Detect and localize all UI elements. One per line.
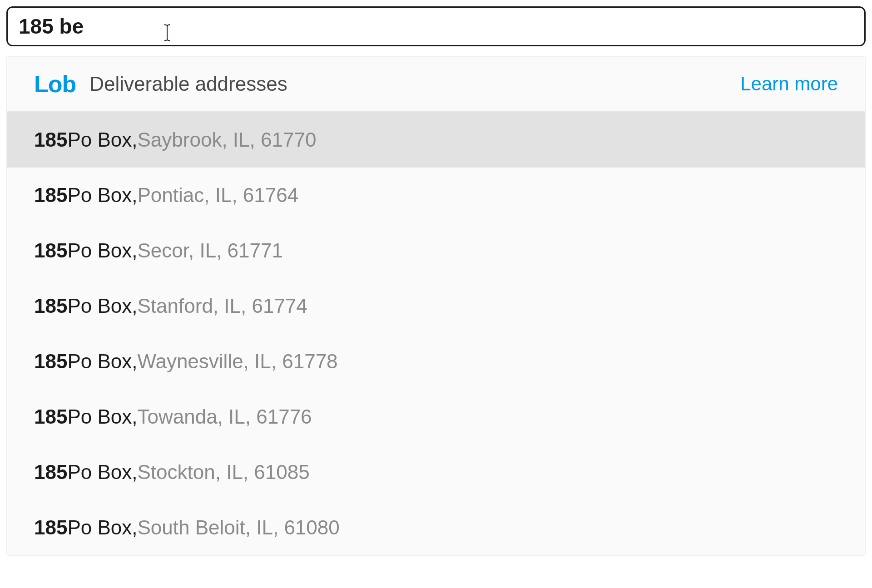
- suggestion-item[interactable]: 185 Po Box, Secor, IL, 61771: [7, 223, 865, 278]
- suggestion-primary-text: 185: [34, 239, 67, 262]
- suggestion-item[interactable]: 185 Po Box, Stanford, IL, 61774: [7, 278, 865, 334]
- suggestion-item[interactable]: 185 Po Box, Stockton, IL, 61085: [7, 445, 865, 500]
- suggestion-primary-text: 185: [34, 461, 67, 484]
- suggestion-region-text: Saybrook, IL, 61770: [138, 128, 317, 151]
- suggestion-item[interactable]: 185 Po Box, Pontiac, IL, 61764: [7, 168, 865, 223]
- suggestion-primary-text: 185: [34, 128, 67, 151]
- learn-more-link[interactable]: Learn more: [740, 73, 838, 95]
- suggestion-region-text: Stanford, IL, 61774: [138, 295, 307, 317]
- suggestion-region-text: Secor, IL, 61771: [138, 239, 283, 262]
- suggestion-primary-text: 185: [34, 350, 67, 373]
- suggestion-region-text: South Beloit, IL, 61080: [138, 516, 340, 539]
- suggestion-item[interactable]: 185 Po Box, South Beloit, IL, 61080: [7, 500, 865, 555]
- suggestion-secondary-text: Po Box,: [67, 295, 137, 317]
- suggestion-secondary-text: Po Box,: [67, 461, 137, 484]
- lob-logo: Lob: [34, 70, 76, 98]
- suggestion-secondary-text: Po Box,: [67, 405, 137, 428]
- dropdown-header: Lob Deliverable addresses Learn more: [7, 57, 865, 112]
- suggestion-region-text: Pontiac, IL, 61764: [138, 184, 299, 207]
- suggestion-secondary-text: Po Box,: [67, 239, 137, 262]
- suggestion-primary-text: 185: [34, 405, 67, 428]
- suggestion-item[interactable]: 185 Po Box, Waynesville, IL, 61778: [7, 334, 865, 389]
- suggestion-primary-text: 185: [34, 295, 67, 317]
- address-autocomplete-container: Lob Deliverable addresses Learn more 185…: [6, 6, 866, 556]
- suggestion-item[interactable]: 185 Po Box, Saybrook, IL, 61770: [7, 112, 865, 168]
- address-search-input[interactable]: [6, 6, 866, 46]
- dropdown-header-left: Lob Deliverable addresses: [34, 70, 287, 98]
- suggestion-region-text: Waynesville, IL, 61778: [138, 350, 338, 373]
- dropdown-header-title: Deliverable addresses: [89, 73, 287, 95]
- suggestion-item[interactable]: 185 Po Box, Towanda, IL, 61776: [7, 389, 865, 445]
- suggestion-region-text: Stockton, IL, 61085: [138, 461, 310, 484]
- suggestions-list: 185 Po Box, Saybrook, IL, 61770185 Po Bo…: [7, 112, 865, 555]
- suggestion-secondary-text: Po Box,: [67, 516, 137, 539]
- suggestion-primary-text: 185: [34, 184, 67, 207]
- suggestion-primary-text: 185: [34, 516, 67, 539]
- suggestion-secondary-text: Po Box,: [67, 184, 137, 207]
- suggestion-region-text: Towanda, IL, 61776: [138, 405, 312, 428]
- suggestion-secondary-text: Po Box,: [67, 350, 137, 373]
- suggestion-secondary-text: Po Box,: [67, 128, 137, 151]
- autocomplete-dropdown: Lob Deliverable addresses Learn more 185…: [6, 56, 866, 556]
